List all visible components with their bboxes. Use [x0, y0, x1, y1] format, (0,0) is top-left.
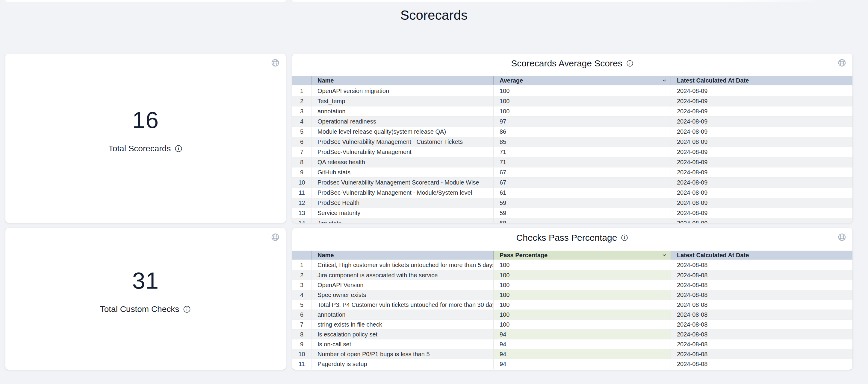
column-header-name[interactable]: Name: [311, 251, 494, 259]
table-row[interactable]: 10 Number of open P0/P1 bugs is less tha…: [292, 349, 852, 359]
scrolled-panel-edge-left: [5, 0, 286, 2]
pass-percentage-cell: 94: [494, 349, 671, 359]
name-cell: Module level release quality(system rele…: [311, 127, 494, 137]
date-cell: 2024-08-09: [671, 137, 852, 147]
info-icon[interactable]: [626, 60, 634, 67]
table-body: 1 OpenAPI version migration 100 2024-08-…: [292, 86, 852, 223]
name-cell: Operational readiness: [311, 117, 494, 127]
table-row[interactable]: 6 annotation 100 2024-08-08: [292, 310, 852, 319]
date-cell: 2024-08-08: [671, 300, 852, 310]
pass-percentage-cell: 94: [494, 359, 671, 369]
name-cell: Is escalation policy set: [311, 329, 494, 339]
row-index-cell: 13: [292, 208, 311, 218]
name-cell: Spec owner exists: [311, 290, 494, 300]
pass-percentage-cell: 94: [494, 340, 671, 349]
info-icon[interactable]: [621, 234, 628, 242]
stat-value: 31: [132, 267, 159, 294]
date-cell: 2024-08-08: [671, 340, 852, 349]
name-cell: Jira component is associated with the se…: [311, 270, 494, 280]
table-header-row: Name Pass Percentage Latest Calculated A…: [292, 251, 852, 260]
row-index-cell: 3: [292, 280, 311, 290]
table-row[interactable]: 9 GitHub stats 67 2024-08-09: [292, 167, 852, 177]
row-index-cell: 2: [292, 96, 311, 106]
date-cell: 2024-08-09: [671, 106, 852, 116]
table-row[interactable]: 5 Module level release quality(system re…: [292, 127, 852, 137]
name-cell: Number of open P0/P1 bugs is less than 5: [311, 349, 494, 359]
column-header-index: [292, 76, 311, 85]
average-cell: 71: [494, 157, 671, 167]
table-row[interactable]: 4 Spec owner exists 100 2024-08-08: [292, 290, 852, 300]
table-row[interactable]: 2 Test_temp 100 2024-08-09: [292, 96, 852, 106]
date-cell: 2024-08-09: [671, 157, 852, 167]
table-row[interactable]: 14 Jira stats 58 2024-08-09: [292, 218, 852, 223]
table-row[interactable]: 13 Service maturity 59 2024-08-09: [292, 208, 852, 218]
column-header-date[interactable]: Latest Calculated At Date: [671, 251, 852, 259]
table-row[interactable]: 7 ProdSec-Vulnerability Management 71 20…: [292, 147, 852, 157]
name-cell: ProdSec-Vulnerability Management: [311, 147, 494, 157]
stat-label: Total Custom Checks: [100, 305, 179, 314]
column-header-pass-percentage[interactable]: Pass Percentage: [494, 251, 671, 259]
date-cell: 2024-08-09: [671, 198, 852, 208]
name-cell: OpenAPI Version: [311, 280, 494, 290]
name-cell: string exists in file check: [311, 320, 494, 329]
date-cell: 2024-08-09: [671, 168, 852, 177]
row-index-cell: 4: [292, 117, 311, 127]
name-cell: Is on-call set: [311, 340, 494, 349]
average-cell: 59: [494, 208, 671, 218]
date-cell: 2024-08-08: [671, 359, 852, 369]
name-cell: Service maturity: [311, 208, 494, 218]
table-row[interactable]: 4 Operational readiness 97 2024-08-09: [292, 116, 852, 127]
pass-percentage-cell: 100: [494, 320, 671, 329]
column-header-index: [292, 251, 311, 259]
row-index-cell: 9: [292, 168, 311, 177]
table-row[interactable]: 1 OpenAPI version migration 100 2024-08-…: [292, 86, 852, 96]
stat-label: Total Scorecards: [108, 144, 171, 153]
table-row[interactable]: 12 ProdSec Health 59 2024-08-09: [292, 198, 852, 208]
info-icon[interactable]: [174, 144, 183, 153]
table-row[interactable]: 9 Is on-call set 94 2024-08-08: [292, 339, 852, 349]
column-header-name[interactable]: Name: [311, 76, 494, 85]
row-index-cell: 14: [292, 218, 311, 223]
name-cell: annotation: [311, 310, 494, 319]
average-cell: 97: [494, 117, 671, 127]
pass-percentage-cell: 100: [494, 260, 671, 270]
chevron-down-icon[interactable]: [661, 252, 668, 258]
row-index-cell: 6: [292, 137, 311, 147]
table-row[interactable]: 10 Prodsec Vulnerability Management Scor…: [292, 177, 852, 187]
chevron-down-icon[interactable]: [661, 77, 668, 84]
row-index-cell: 7: [292, 320, 311, 329]
table-body: 1 Critical, High customer vuln tickets u…: [292, 260, 852, 369]
table-row[interactable]: 6 ProdSec Vulnerability Management - Cus…: [292, 137, 852, 147]
name-cell: Test_temp: [311, 96, 494, 106]
column-header-average[interactable]: Average: [494, 76, 671, 85]
row-index-cell: 8: [292, 329, 311, 339]
table-row[interactable]: 1 Critical, High customer vuln tickets u…: [292, 260, 852, 270]
table-row[interactable]: 11 Pagerduty is setup 94 2024-08-08: [292, 359, 852, 369]
table-row[interactable]: 7 string exists in file check 100 2024-0…: [292, 319, 852, 329]
row-index-cell: 1: [292, 260, 311, 270]
scrolled-panel-edge-right: [292, 0, 826, 2]
row-index-cell: 6: [292, 310, 311, 319]
page-title: Scorecards: [0, 8, 868, 23]
name-cell: ProdSec Vulnerability Management - Custo…: [311, 137, 494, 147]
info-icon[interactable]: [183, 305, 191, 313]
table-row[interactable]: 5 Total P3, P4 Customer vuln tickets unt…: [292, 300, 852, 310]
table-row[interactable]: 3 annotation 100 2024-08-09: [292, 106, 852, 116]
average-cell: 85: [494, 137, 671, 147]
table-row[interactable]: 11 ProdSec-Vulnerability Management - Mo…: [292, 187, 852, 198]
table-row[interactable]: 8 QA release health 71 2024-08-09: [292, 157, 852, 167]
date-cell: 2024-08-08: [671, 329, 852, 339]
checks-pass-percentage-panel: Checks Pass Percentage Name Pass Percent…: [292, 228, 852, 370]
average-cell: 67: [494, 178, 671, 187]
checks-pass-percentage-table: Name Pass Percentage Latest Calculated A…: [292, 251, 852, 369]
scorecards-average-scores-table: Name Average Latest Calculated At Date 1…: [292, 76, 852, 223]
average-cell: 67: [494, 168, 671, 177]
column-header-date[interactable]: Latest Calculated At Date: [671, 76, 852, 85]
table-row[interactable]: 8 Is escalation policy set 94 2024-08-08: [292, 329, 852, 339]
table-row[interactable]: 2 Jira component is associated with the …: [292, 270, 852, 280]
average-cell: 100: [494, 106, 671, 116]
row-index-cell: 12: [292, 198, 311, 208]
average-cell: 71: [494, 147, 671, 157]
row-index-cell: 3: [292, 106, 311, 116]
table-row[interactable]: 3 OpenAPI Version 100 2024-08-08: [292, 280, 852, 290]
